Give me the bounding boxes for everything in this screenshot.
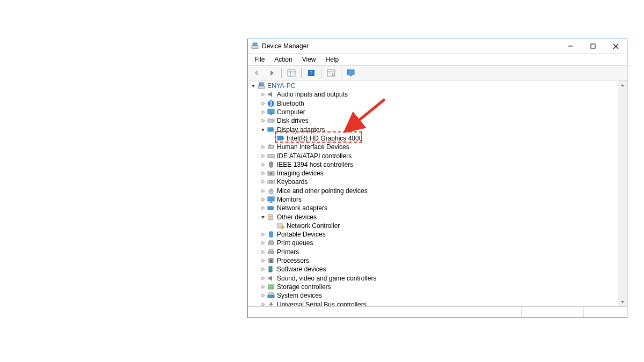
tree-node-processors[interactable]: Processors	[250, 256, 618, 265]
chevron-right-icon[interactable]	[260, 188, 266, 194]
svg-rect-53	[268, 285, 274, 286]
tree-node-sound[interactable]: Sound, video and game controllers	[250, 274, 618, 283]
chevron-right-icon[interactable]	[260, 100, 266, 107]
chevron-right-icon[interactable]	[260, 249, 266, 255]
svg-rect-19	[268, 109, 274, 114]
chevron-right-icon[interactable]	[260, 117, 266, 124]
menu-view[interactable]: View	[298, 55, 320, 64]
vertical-scrollbar[interactable]	[618, 80, 627, 306]
tree-node-software-devices[interactable]: Software devices	[250, 265, 618, 274]
status-cell	[248, 307, 522, 317]
svg-rect-39	[270, 202, 272, 203]
svg-rect-15	[349, 75, 352, 76]
chevron-right-icon[interactable]	[260, 144, 266, 150]
chevron-right-icon[interactable]	[260, 179, 266, 185]
chevron-right-icon[interactable]	[260, 266, 266, 272]
speaker-icon	[267, 275, 275, 282]
menu-file[interactable]: File	[250, 55, 269, 64]
scroll-down-button[interactable]	[618, 297, 627, 306]
menu-help[interactable]: Help	[321, 55, 343, 64]
chevron-right-icon[interactable]	[260, 292, 266, 299]
tree-node-keyboards[interactable]: Keyboards	[250, 178, 618, 186]
tree-node-bluetooth[interactable]: Bluetooth	[250, 99, 618, 108]
tree-node-audio[interactable]: Audio inputs and outputs	[250, 90, 618, 99]
tree-node-storage[interactable]: Storage controllers	[250, 283, 618, 291]
menu-action[interactable]: Action	[270, 55, 296, 64]
tree-node-portable[interactable]: Portable Devices	[250, 230, 618, 239]
chevron-right-icon[interactable]	[260, 91, 266, 98]
maximize-button[interactable]	[582, 39, 604, 53]
tree-node-system-devices[interactable]: System devices	[250, 291, 618, 300]
minimize-button[interactable]	[559, 39, 582, 53]
back-button[interactable]	[250, 67, 263, 79]
tree-node-computer[interactable]: Computer	[250, 108, 618, 116]
tree-node-printqueues[interactable]: Print queues	[250, 239, 618, 247]
chevron-down-icon[interactable]	[260, 214, 266, 220]
help-button[interactable]: ?	[305, 67, 318, 79]
chevron-right-icon[interactable]	[260, 284, 266, 290]
chevron-down-icon[interactable]	[250, 83, 257, 89]
svg-rect-3	[591, 44, 595, 48]
window-controls	[559, 39, 627, 53]
tree-node-hid[interactable]: Human Interface Devices	[250, 143, 618, 151]
question-icon: ?	[267, 213, 275, 221]
chevron-right-icon[interactable]	[260, 196, 266, 203]
svg-rect-55	[268, 295, 274, 298]
mouse-icon	[267, 187, 275, 195]
monitor-button[interactable]	[345, 67, 357, 79]
chevron-right-icon[interactable]	[260, 231, 266, 238]
svg-rect-26	[283, 137, 284, 139]
device-tree[interactable]: ENYA-PC Audio inputs and outputs Bluetoo…	[248, 80, 618, 306]
svg-rect-45	[269, 232, 273, 237]
svg-rect-56	[269, 293, 273, 295]
scroll-up-button[interactable]	[618, 80, 627, 90]
svg-rect-44	[277, 224, 282, 228]
printer-icon	[267, 248, 275, 256]
svg-rect-23	[268, 128, 273, 131]
tree-node-usb[interactable]: Universal Serial Bus controllers	[250, 300, 618, 306]
tree-node-printers[interactable]: Printers	[250, 248, 618, 256]
tree-root[interactable]: ENYA-PC	[250, 82, 618, 90]
tree-node-other-child[interactable]: Network Controller	[250, 221, 618, 230]
tree-label: Human Interface Devices	[277, 143, 349, 151]
app-icon	[251, 42, 259, 50]
tree-label: Software devices	[277, 265, 326, 273]
scan-hardware-button[interactable]	[325, 67, 338, 79]
chevron-right-icon[interactable]	[260, 275, 266, 282]
chevron-right-icon[interactable]	[260, 109, 266, 115]
tree-node-disk[interactable]: Disk drives	[250, 116, 618, 125]
tree-label: Network adapters	[277, 204, 327, 212]
chevron-right-icon[interactable]	[260, 170, 266, 176]
svg-rect-48	[268, 251, 274, 254]
svg-rect-52	[269, 267, 272, 272]
chevron-right-icon[interactable]	[260, 153, 266, 159]
monitor-icon	[267, 108, 275, 116]
tree-node-network-adapters[interactable]: Network adapters	[250, 204, 618, 212]
svg-rect-25	[277, 136, 283, 140]
tree-node-monitors[interactable]: Monitors	[250, 195, 618, 204]
tree-node-other-devices[interactable]: ? Other devices	[250, 212, 618, 221]
keyboard-icon	[267, 178, 275, 186]
tree-node-mice[interactable]: Mice and other pointing devices	[250, 187, 618, 195]
tree-label: Universal Serial Bus controllers	[277, 301, 367, 306]
svg-point-22	[272, 120, 273, 121]
tree-node-display-child[interactable]: Intel(R) HD Graphics 4000	[250, 134, 618, 143]
chevron-down-icon[interactable]	[260, 127, 266, 133]
tree-node-ide[interactable]: IDE ATA/ATAPI controllers	[250, 151, 618, 160]
tree-node-ieee1394[interactable]: IEEE 1394 host controllers	[250, 160, 618, 169]
show-hide-console-button[interactable]	[285, 67, 298, 79]
chevron-right-icon[interactable]	[260, 161, 266, 168]
chevron-right-icon[interactable]	[260, 205, 266, 211]
tree-label: IEEE 1394 host controllers	[277, 161, 353, 168]
toolbar-separator	[321, 68, 321, 78]
chevron-right-icon[interactable]	[260, 240, 266, 246]
close-button[interactable]	[604, 39, 627, 53]
chevron-right-icon[interactable]	[260, 257, 266, 264]
chevron-right-icon[interactable]	[260, 301, 266, 306]
tree-node-imaging[interactable]: Imaging devices	[250, 169, 618, 178]
tree-label: Network Controller	[287, 222, 340, 230]
svg-rect-49	[269, 249, 273, 251]
svg-rect-46	[268, 242, 274, 245]
forward-button[interactable]	[265, 67, 278, 79]
tree-node-display[interactable]: Display adapters	[250, 125, 618, 134]
